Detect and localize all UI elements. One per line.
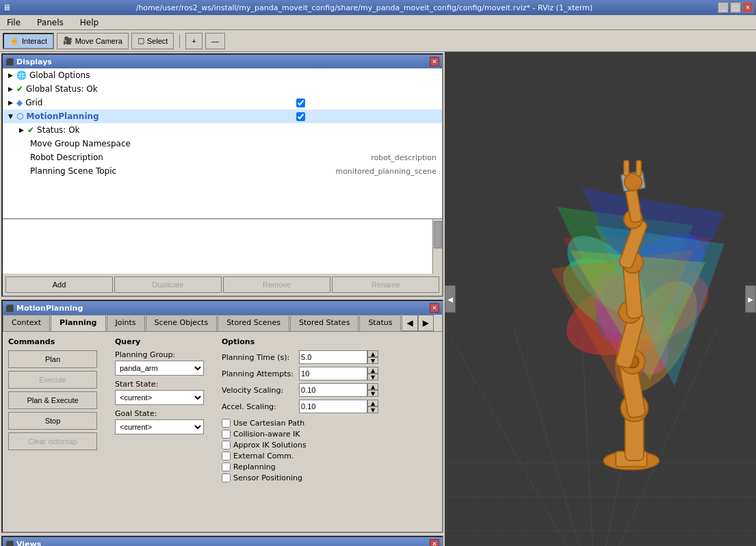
planning-attempts-input[interactable]: [299, 367, 367, 380]
left-panel: ⬛ Displays ✕ ▶ 🌐 Global Options ▶ ✔ Glob…: [0, 52, 445, 546]
viewport-right-arrow[interactable]: ▶: [745, 285, 756, 313]
planning-time-spinbtns: ▲ ▼: [367, 350, 378, 364]
plan-execute-button[interactable]: Plan & Execute: [8, 391, 97, 409]
views-panel-close[interactable]: ✕: [430, 539, 439, 546]
remove-display-button[interactable]: Remove: [223, 276, 330, 293]
cartesian-path-checkbox[interactable]: [222, 419, 231, 428]
velocity-scaling-input-wrap: ▲ ▼: [299, 383, 436, 397]
menu-panels[interactable]: Panels: [33, 16, 68, 29]
tree-arrow-global-status: ▶: [8, 86, 16, 92]
tree-item-status[interactable]: ▶ ✔ Status: Ok: [3, 123, 442, 137]
planning-attempts-up[interactable]: ▲: [367, 367, 378, 374]
replanning-checkbox[interactable]: [222, 463, 231, 471]
displays-panel-header: ⬛ Displays ✕: [3, 55, 442, 68]
tab-planning[interactable]: Planning: [51, 315, 105, 331]
accel-scaling-up[interactable]: ▲: [367, 400, 378, 406]
motion-planning-checkbox[interactable]: [296, 112, 305, 121]
start-state-select[interactable]: <current>: [115, 390, 204, 405]
tab-stored-scenes[interactable]: Stored Scenes: [218, 315, 289, 331]
planning-group-select[interactable]: panda_arm: [115, 361, 204, 376]
tree-arrow-status: ▶: [19, 127, 27, 133]
duplicate-display-button[interactable]: Duplicate: [114, 276, 222, 293]
tab-joints[interactable]: Joints: [107, 315, 145, 331]
goal-state-select[interactable]: <current>: [115, 419, 204, 434]
rename-display-button[interactable]: Rename: [332, 276, 439, 293]
approx-ik-checkbox[interactable]: [222, 441, 231, 450]
add-display-button[interactable]: Add: [5, 276, 113, 293]
tab-status[interactable]: Status: [359, 315, 401, 331]
clear-octomap-button[interactable]: Clear octomap: [8, 432, 97, 450]
accel-scaling-spinbtns: ▲ ▼: [367, 400, 378, 413]
select-button[interactable]: ▢ Select: [131, 33, 174, 49]
displays-scrollbar-thumb[interactable]: [434, 221, 442, 248]
minimize-button[interactable]: _: [718, 2, 729, 13]
planning-time-input[interactable]: [299, 350, 367, 364]
planning-attempts-down[interactable]: ▼: [367, 374, 378, 380]
tree-arrow-global-options: ▶: [8, 72, 16, 79]
tab-context[interactable]: Context: [3, 315, 50, 331]
close-button[interactable]: ✕: [742, 2, 753, 13]
displays-panel-close[interactable]: ✕: [430, 57, 439, 66]
tree-value-planning-scene-topic: monitored_planning_scene: [335, 167, 436, 176]
accel-scaling-down[interactable]: ▼: [367, 406, 378, 413]
views-panel-header: ⬛ Views ✕: [3, 537, 442, 546]
tab-scroll-right[interactable]: ▶: [418, 315, 434, 331]
select-label: Select: [147, 37, 168, 45]
menu-help[interactable]: Help: [76, 16, 103, 29]
options-column: Options Planning Time (s): ▲ ▼ Plann: [222, 337, 436, 538]
tree-item-grid[interactable]: ▶ ◆ Grid: [3, 96, 442, 109]
grid-checkbox[interactable]: [296, 99, 305, 107]
viewport[interactable]: ◀ ▶: [445, 52, 756, 546]
commands-title: Commands: [8, 337, 104, 346]
motion-planning-panel-close[interactable]: ✕: [430, 303, 439, 313]
planning-time-up[interactable]: ▲: [367, 350, 378, 357]
menu-file[interactable]: File: [3, 16, 25, 29]
velocity-scaling-up[interactable]: ▲: [367, 383, 378, 390]
tree-label-motion-planning: MotionPlanning: [26, 112, 296, 121]
displays-tree[interactable]: ▶ 🌐 Global Options ▶ ✔ Global Status: Ok…: [3, 68, 442, 219]
execute-button[interactable]: Execute: [8, 371, 97, 389]
focus-plus-button[interactable]: +: [185, 33, 202, 49]
tree-item-robot-description[interactable]: Robot Description robot_description: [3, 151, 442, 164]
views-panel: ⬛ Views ✕ Type: Orbit (rviz_default_plug…: [1, 536, 443, 546]
check-icon-global-status: ✔: [16, 84, 23, 94]
tree-item-global-status[interactable]: ▶ ✔ Global Status: Ok: [3, 82, 442, 96]
planning-time-input-wrap: ▲ ▼: [299, 350, 436, 364]
motion-planning-icon: ⬡: [16, 112, 23, 121]
collision-aware-ik-checkbox[interactable]: [222, 430, 231, 439]
velocity-scaling-down[interactable]: ▼: [367, 390, 378, 397]
sensor-positioning-checkbox[interactable]: [222, 473, 231, 482]
options-grid: Planning Time (s): ▲ ▼ Planning Attempts…: [222, 350, 436, 413]
checkbox-collision-aware: Collision-aware IK: [222, 430, 436, 439]
external-comm-checkbox[interactable]: [222, 452, 231, 460]
tree-item-move-group-ns[interactable]: Move Group Namespace: [3, 137, 442, 151]
checkbox-use-cartesian: Use Cartesian Path: [222, 419, 436, 428]
tab-stored-states[interactable]: Stored States: [290, 315, 359, 331]
planning-attempts-label: Planning Attempts:: [222, 367, 294, 380]
tree-item-global-options[interactable]: ▶ 🌐 Global Options: [3, 68, 442, 82]
viewport-left-arrow[interactable]: ◀: [445, 285, 456, 313]
query-title: Query: [115, 337, 211, 346]
planning-time-down[interactable]: ▼: [367, 357, 378, 364]
tab-scene-objects[interactable]: Scene Objects: [146, 315, 218, 331]
maximize-button[interactable]: □: [730, 2, 741, 13]
displays-panel: ⬛ Displays ✕ ▶ 🌐 Global Options ▶ ✔ Glob…: [1, 53, 443, 297]
title-bar: 🖥 /home/user/ros2_ws/install/my_panda_mo…: [0, 0, 756, 15]
velocity-scaling-spinbtns: ▲ ▼: [367, 383, 378, 397]
velocity-scaling-label: Velocity Scaling:: [222, 383, 294, 397]
accel-scaling-input[interactable]: [299, 400, 367, 413]
accel-scaling-label: Accel. Scaling:: [222, 400, 294, 413]
velocity-scaling-input[interactable]: [299, 383, 367, 397]
tree-item-motion-planning[interactable]: ▼ ⬡ MotionPlanning: [3, 109, 442, 123]
plan-button[interactable]: Plan: [8, 350, 97, 368]
motion-planning-panel-header: ⬛ MotionPlanning ✕: [3, 301, 442, 315]
interact-button[interactable]: ☝ Interact: [3, 33, 54, 49]
collision-aware-ik-label: Collision-aware IK: [233, 430, 300, 439]
focus-minus-button[interactable]: —: [205, 33, 225, 49]
planning-group-label: Planning Group:: [115, 350, 211, 359]
stop-button[interactable]: Stop: [8, 412, 97, 430]
tree-item-planning-scene-topic[interactable]: Planning Scene Topic monitored_planning_…: [3, 164, 442, 178]
displays-panel-title: Displays: [16, 57, 430, 66]
tab-scroll-left[interactable]: ◀: [402, 315, 417, 331]
move-camera-button[interactable]: 🎥 Move Camera: [57, 33, 129, 49]
